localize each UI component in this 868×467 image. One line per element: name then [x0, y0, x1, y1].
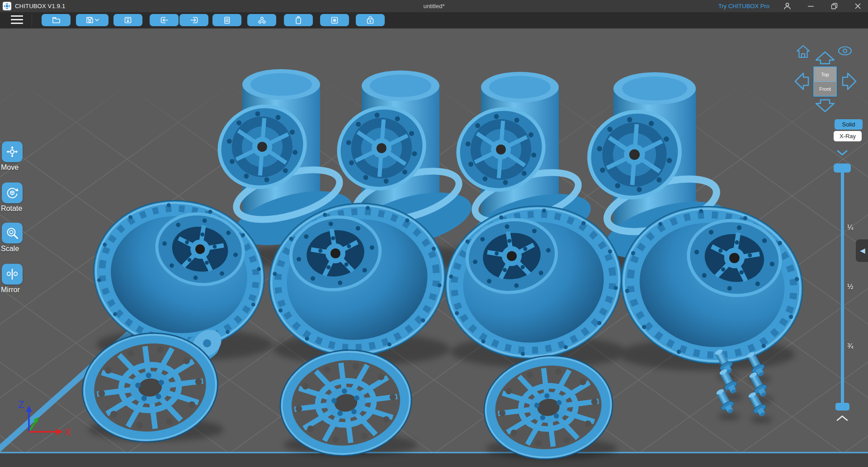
- mirror-tool-label: Mirror: [1, 286, 42, 294]
- move-tool-button[interactable]: [2, 141, 23, 162]
- view-right-arrow[interactable]: [841, 72, 857, 93]
- undo-arrow-icon: [160, 16, 169, 24]
- screenshot-button[interactable]: [113, 14, 142, 26]
- rotate-tool-button[interactable]: [2, 182, 23, 203]
- slice-slider-handle-bottom[interactable]: [835, 403, 849, 411]
- save-icon: [86, 16, 94, 24]
- scale-tool: Scale: [0, 223, 42, 253]
- redo-arrow-icon: [190, 16, 198, 24]
- arrange-parts-icon: [258, 16, 266, 24]
- slider-tick-half: ½: [847, 283, 853, 291]
- folder-open-icon: [52, 16, 61, 24]
- render-mode-solid[interactable]: Solid: [835, 119, 863, 130]
- undo-button[interactable]: [150, 14, 179, 26]
- chitubox-logo: [3, 2, 11, 10]
- mirror-tool-icon: [6, 268, 19, 280]
- slider-tick-three-quarter: ¾: [847, 342, 853, 350]
- z-axis-label: Z: [18, 399, 24, 410]
- save-button[interactable]: [76, 14, 108, 26]
- chevron-up-icon[interactable]: [836, 415, 848, 423]
- mirror-tool: Mirror: [0, 264, 42, 294]
- toolbar: [0, 12, 868, 28]
- auto-layout-button[interactable]: [247, 14, 276, 26]
- view-down-arrow[interactable]: [815, 98, 835, 114]
- eye-icon[interactable]: [837, 46, 853, 58]
- view-up-arrow[interactable]: [815, 51, 835, 67]
- hollow-button[interactable]: [320, 14, 349, 26]
- chevron-down-icon: [95, 19, 99, 22]
- nav-cube-face-front[interactable]: Front: [814, 82, 836, 96]
- move-tool-icon: [6, 145, 19, 158]
- slider-tick-quarter: ¼: [847, 224, 853, 232]
- copy-icon: [223, 16, 231, 24]
- clone-button[interactable]: [212, 14, 241, 26]
- dig-hole-button[interactable]: [356, 14, 385, 26]
- capture-frame-icon: [124, 16, 132, 24]
- plate-front-band: [0, 453, 868, 467]
- home-icon[interactable]: [796, 44, 811, 61]
- triangle-left-icon: ◀: [860, 247, 865, 255]
- chevron-down-icon[interactable]: [837, 149, 848, 158]
- app-window: CHITUBOX V1.9.1 untitled* Try CHITUBOX P…: [0, 0, 868, 467]
- square-dot-icon: [330, 16, 339, 24]
- scale-tool-label: Scale: [1, 245, 42, 253]
- scale-tool-button[interactable]: [2, 223, 23, 243]
- titlebar-left: CHITUBOX V1.9.1: [3, 0, 65, 12]
- toolbar-separator: [32, 14, 32, 27]
- rotate-tool-icon: [6, 187, 19, 199]
- titlebar: CHITUBOX V1.9.1 untitled* Try CHITUBOX P…: [0, 0, 868, 12]
- build-plate-scene[interactable]: Z X: [0, 28, 868, 467]
- try-pro-link[interactable]: Try CHITUBOX Pro: [718, 3, 769, 9]
- scale-tool-icon: [6, 227, 19, 239]
- resin-button[interactable]: [284, 14, 313, 26]
- view-left-arrow[interactable]: [794, 72, 810, 93]
- move-tool-label: Move: [1, 163, 42, 172]
- slice-slider-track[interactable]: [841, 168, 844, 409]
- mirror-tool-button[interactable]: [2, 264, 23, 285]
- redo-button[interactable]: [179, 14, 208, 26]
- render-mode-xray[interactable]: X-Ray: [834, 131, 862, 141]
- viewport-3d[interactable]: Z X Move: [0, 28, 868, 467]
- hamburger-menu-icon[interactable]: [11, 15, 24, 25]
- rotate-tool: Rotate: [0, 182, 42, 213]
- app-title: CHITUBOX V1.9.1: [15, 3, 65, 9]
- box-circle-icon: [366, 16, 374, 24]
- nav-cube-face-top[interactable]: Top: [814, 67, 836, 82]
- close-button[interactable]: [852, 0, 863, 12]
- slice-slider-handle-top[interactable]: [834, 163, 851, 173]
- x-axis-label: X: [65, 426, 71, 438]
- minimize-button[interactable]: [805, 0, 816, 12]
- navigation-cube[interactable]: Top Front: [813, 66, 837, 97]
- titlebar-right: Try CHITUBOX Pro: [718, 0, 863, 12]
- restore-button[interactable]: [828, 0, 840, 12]
- open-file-button[interactable]: [42, 14, 71, 26]
- view-controls: Top Front Solid X-Ray ¼ ½ ¾: [782, 28, 868, 467]
- move-tool: Move: [0, 141, 42, 172]
- rotate-tool-label: Rotate: [1, 205, 42, 213]
- bottle-icon: [295, 16, 302, 24]
- settings-panel-toggle[interactable]: ◀: [856, 239, 868, 262]
- user-icon[interactable]: [781, 0, 793, 12]
